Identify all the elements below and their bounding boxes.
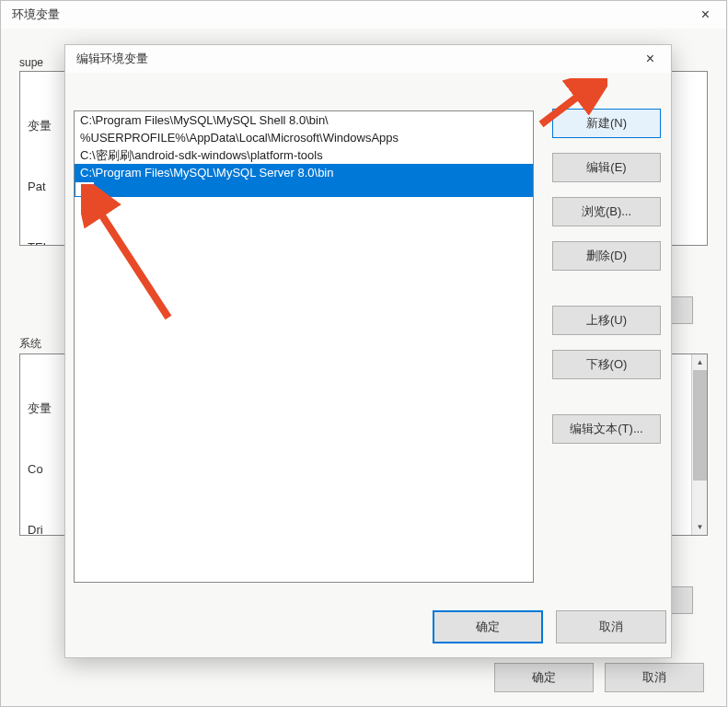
edit-button[interactable]: 编辑(E) <box>552 153 661 182</box>
path-row[interactable]: C:\密刷刷\android-sdk-windows\platform-tool… <box>75 146 533 164</box>
new-button[interactable]: 新建(N) <box>552 109 661 138</box>
edit-env-titlebar: 编辑环境变量 × <box>65 45 671 73</box>
scroll-thumb[interactable] <box>693 370 707 481</box>
movedown-button[interactable]: 下移(O) <box>552 350 661 379</box>
env-cancel-button[interactable]: 取消 <box>605 663 704 692</box>
env-ok-button[interactable]: 确定 <box>494 663 594 692</box>
path-row-selected[interactable]: C:\Program Files\MySQL\MySQL Server 8.0\… <box>75 164 533 181</box>
scrollbar[interactable]: ▲ ▼ <box>691 354 707 535</box>
path-row[interactable]: %USERPROFILE%\AppData\Local\Microsoft\Wi… <box>75 129 533 146</box>
moveup-button[interactable]: 上移(U) <box>552 306 661 335</box>
edit-env-title: 编辑环境变量 <box>76 51 148 67</box>
scroll-down-icon[interactable]: ▼ <box>692 519 708 535</box>
browse-button[interactable]: 浏览(B)... <box>552 197 661 226</box>
ok-button[interactable]: 确定 <box>433 610 543 643</box>
env-vars-bottom-row: 确定 取消 <box>494 663 704 692</box>
scroll-up-icon[interactable]: ▲ <box>692 354 708 370</box>
delete-button[interactable]: 删除(D) <box>552 241 661 271</box>
env-vars-titlebar: 环境变量 × <box>1 1 726 29</box>
close-icon[interactable]: × <box>639 51 662 67</box>
path-row[interactable]: C:\Program Files\MySQL\MySQL Shell 8.0\b… <box>75 111 533 129</box>
env-vars-title: 环境变量 <box>12 6 60 23</box>
cancel-button[interactable]: 取消 <box>556 610 666 643</box>
path-row-editing[interactable] <box>75 181 533 197</box>
edit-env-buttons: 新建(N) 编辑(E) 浏览(B)... 删除(D) 上移(U) 下移(O) 编… <box>552 109 663 444</box>
close-icon[interactable]: × <box>694 6 717 23</box>
edit-env-bottom-row: 确定 取消 <box>433 610 666 643</box>
path-edit-input[interactable] <box>75 181 95 197</box>
path-list[interactable]: C:\Program Files\MySQL\MySQL Shell 8.0\b… <box>74 110 534 583</box>
edittext-button[interactable]: 编辑文本(T)... <box>552 414 661 444</box>
